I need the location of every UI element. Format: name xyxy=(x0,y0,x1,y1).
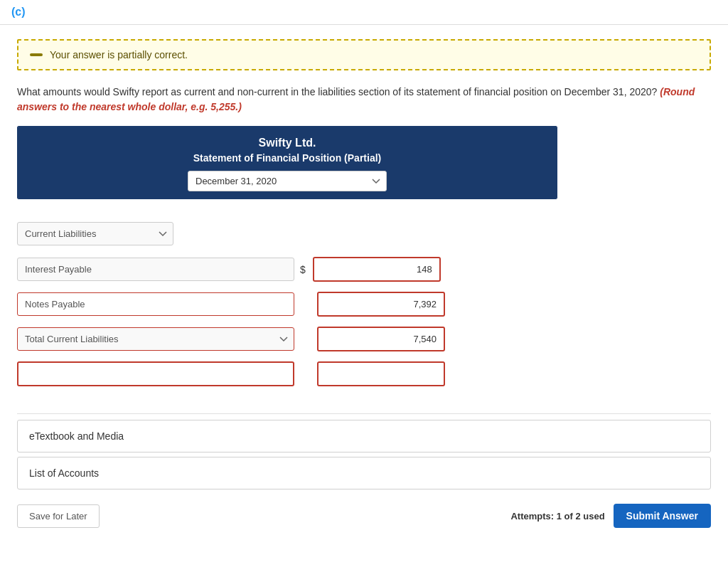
etextbook-section[interactable]: eTextbook and Media xyxy=(17,420,711,452)
section-dropdown-row: Current Liabilities xyxy=(17,222,557,245)
notes-payable-row xyxy=(17,292,557,317)
submit-button[interactable]: Submit Answer xyxy=(614,504,711,528)
alert-text: Your answer is partially correct. xyxy=(50,49,188,60)
divider xyxy=(17,413,711,414)
statement-title: Statement of Financial Position (Partial… xyxy=(29,152,545,164)
section-select[interactable]: Current Liabilities xyxy=(17,222,173,245)
empty-amount[interactable] xyxy=(317,361,445,386)
list-of-accounts-label: List of Accounts xyxy=(29,467,99,479)
total-row: Total Current Liabilities xyxy=(17,327,557,351)
interest-payable-amount[interactable] xyxy=(313,257,441,282)
main-content: Your answer is partially correct. What a… xyxy=(0,25,728,577)
total-label-select[interactable]: Total Current Liabilities xyxy=(17,327,294,351)
question-body: What amounts would Swifty report as curr… xyxy=(17,86,657,97)
top-bar: (c) xyxy=(0,0,728,25)
total-amount[interactable] xyxy=(317,327,445,351)
company-name: Swifty Ltd. xyxy=(29,137,545,149)
empty-row xyxy=(17,361,557,386)
empty-label-input[interactable] xyxy=(17,361,294,386)
dollar-sign-1: $ xyxy=(300,264,306,275)
etextbook-label: eTextbook and Media xyxy=(29,430,124,442)
list-of-accounts-section[interactable]: List of Accounts xyxy=(17,457,711,489)
alert-box: Your answer is partially correct. xyxy=(17,39,711,70)
etextbook-header[interactable]: eTextbook and Media xyxy=(18,420,710,452)
footer-right: Attempts: 1 of 2 used Submit Answer xyxy=(510,504,711,528)
logo: (c) xyxy=(11,6,26,18)
form-area: Current Liabilities $ Total Current Liab… xyxy=(17,211,557,408)
list-of-accounts-header[interactable]: List of Accounts xyxy=(18,457,710,489)
notes-payable-amount[interactable] xyxy=(317,292,445,317)
notes-payable-label[interactable] xyxy=(17,292,294,316)
footer-bar: Save for Later Attempts: 1 of 2 used Sub… xyxy=(17,494,711,528)
interest-payable-label[interactable] xyxy=(17,258,294,281)
interest-payable-row: $ xyxy=(17,257,557,282)
minus-icon xyxy=(30,53,43,56)
date-dropdown[interactable]: December 31, 2020 xyxy=(188,171,387,191)
save-button[interactable]: Save for Later xyxy=(17,504,100,528)
attempts-text: Attempts: 1 of 2 used xyxy=(510,511,604,522)
table-header: Swifty Ltd. Statement of Financial Posit… xyxy=(18,127,557,198)
table-container: Swifty Ltd. Statement of Financial Posit… xyxy=(17,126,557,199)
question-text: What amounts would Swifty report as curr… xyxy=(17,85,711,115)
